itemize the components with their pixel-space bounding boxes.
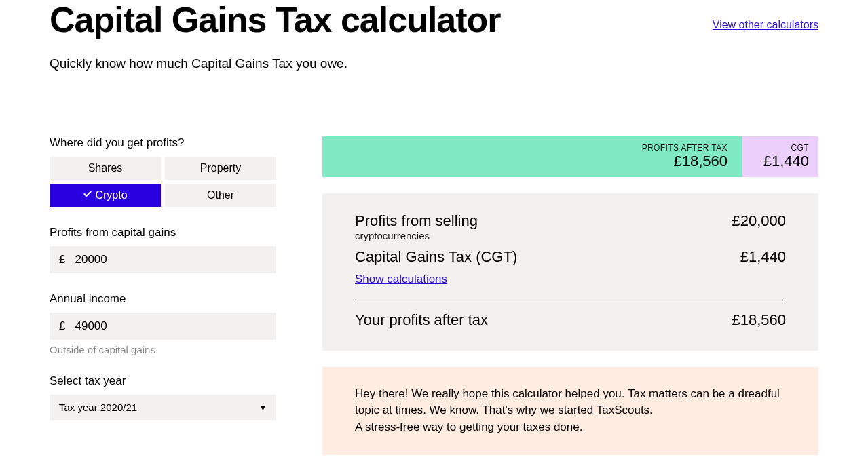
tax-year-select-wrap[interactable]: Tax year 2020/21 ▼ [50, 395, 276, 420]
tax-year-label: Select tax year [50, 374, 276, 388]
divider [355, 300, 786, 300]
summary-cgt-value: £1,440 [763, 153, 809, 170]
income-helper-text: Outside of capital gains [50, 344, 276, 355]
option-crypto-label: Crypto [95, 189, 127, 201]
promo-line-2: A stress-free way to getting your taxes … [355, 419, 786, 436]
result-box: Profits from selling cryptocurrencies £2… [322, 193, 818, 351]
promo-box: Hey there! We really hope this calculato… [322, 367, 818, 455]
profits-input[interactable] [75, 253, 276, 267]
income-label: Annual income [50, 292, 276, 306]
profits-input-wrap: £ [50, 246, 276, 273]
option-shares[interactable]: Shares [50, 157, 161, 180]
option-other[interactable]: Other [165, 184, 276, 207]
result-profits-label: Profits from selling [355, 212, 478, 230]
result-cgt-value: £1,440 [740, 248, 786, 266]
page-title: Capital Gains Tax calculator [50, 1, 501, 39]
summary-profits-label: PROFITS AFTER TAX [642, 143, 728, 153]
income-input[interactable] [75, 319, 276, 333]
result-profits-value: £20,000 [732, 212, 786, 230]
currency-prefix: £ [50, 319, 75, 333]
profits-source-label: Where did you get profits? [50, 136, 276, 150]
summary-cgt: CGT £1,440 [742, 136, 818, 177]
tax-year-select[interactable]: Tax year 2020/21 [59, 402, 267, 413]
check-icon [83, 189, 92, 201]
result-after-tax-value: £18,560 [732, 311, 786, 329]
income-input-wrap: £ [50, 313, 276, 340]
summary-profits-after-tax: PROFITS AFTER TAX £18,560 [322, 136, 742, 177]
summary-cgt-label: CGT [791, 143, 809, 153]
result-cgt-label: Capital Gains Tax (CGT) [355, 248, 517, 266]
summary-bar: PROFITS AFTER TAX £18,560 CGT £1,440 [322, 136, 818, 177]
show-calculations-link[interactable]: Show calculations [355, 273, 447, 286]
currency-prefix: £ [50, 253, 75, 267]
profits-amount-label: Profits from capital gains [50, 226, 276, 239]
promo-line-1: Hey there! We really hope this calculato… [355, 386, 786, 419]
form-panel: Where did you get profits? Shares Proper… [50, 136, 276, 439]
result-profits-sublabel: cryptocurrencies [355, 230, 478, 241]
result-after-tax-label: Your profits after tax [355, 311, 488, 329]
results-panel: PROFITS AFTER TAX £18,560 CGT £1,440 Pro… [322, 136, 818, 455]
view-other-calculators-link[interactable]: View other calculators [713, 19, 818, 31]
option-crypto[interactable]: Crypto [50, 184, 161, 207]
option-property[interactable]: Property [165, 157, 276, 180]
profits-source-toggle: Shares Property Crypto Other [50, 157, 276, 207]
summary-profits-value: £18,560 [673, 153, 728, 170]
page-subtitle: Quickly know how much Capital Gains Tax … [50, 56, 818, 71]
